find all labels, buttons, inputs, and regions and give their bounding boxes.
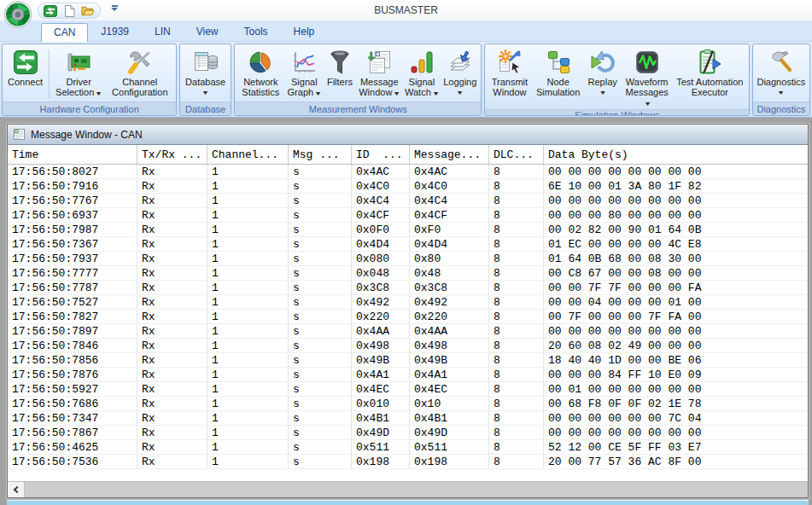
message-row[interactable]: 17:56:50:7527Rx1s0x4920x492800 00 04 00 … — [8, 295, 808, 310]
group-simulation-windows: Transmit Window Node Simulation — [484, 44, 749, 116]
open-file-icon — [81, 5, 95, 16]
message-cell: 8 — [489, 411, 544, 425]
tab-j1939[interactable]: J1939 — [88, 22, 142, 41]
logging-button[interactable]: Logging▼ — [441, 46, 479, 102]
replay-button[interactable]: Replay▼ — [584, 46, 622, 109]
message-row[interactable]: 17:56:50:7777Rx1s0x0480x48800 C8 67 00 0… — [8, 266, 808, 281]
scroll-left-button[interactable] — [8, 482, 25, 497]
message-row[interactable]: 17:56:50:7686Rx1s0x0100x10800 68 F8 0F 0… — [8, 397, 808, 411]
message-row[interactable]: 17:56:50:7536Rx1s0x1980x198820 00 77 57 … — [8, 455, 808, 469]
signal-watch-button[interactable]: Signal Watch▼ — [403, 46, 441, 102]
button-label: Database▼ — [185, 77, 225, 98]
column-header[interactable]: Data Byte(s) — [544, 145, 808, 164]
message-cell: 8 — [489, 295, 544, 309]
driver-selection-button[interactable]: Driver Selection▼ — [52, 46, 105, 102]
tab-can[interactable]: CAN — [41, 23, 88, 42]
quick-new-button[interactable] — [62, 5, 76, 17]
channel-configuration-button[interactable]: Channel Configuration — [105, 46, 174, 102]
message-row[interactable]: 17:56:50:6937Rx1s0x4CF0x4CF800 00 00 80 … — [8, 208, 808, 223]
message-cell: 0x220 — [352, 310, 410, 323]
ribbon: Connect Dr — [0, 42, 812, 118]
message-row[interactable]: 17:56:50:8027Rx1s0x4AC0x4AC800 00 00 00 … — [8, 165, 808, 179]
transmit-window-button[interactable]: Transmit Window — [487, 46, 532, 109]
message-row[interactable]: 17:56:50:7876Rx1s0x4A10x4A1800 00 00 84 … — [8, 368, 808, 382]
message-cell: s — [289, 223, 352, 236]
quick-open-button[interactable] — [81, 5, 95, 17]
column-header[interactable]: ID ... — [352, 145, 410, 164]
message-row[interactable]: 17:56:50:7916Rx1s0x4C00x4C086E 10 00 01 … — [8, 179, 808, 194]
message-row[interactable]: 17:56:50:7347Rx1s0x4B10x4B1800 00 00 00 … — [8, 411, 808, 426]
message-cell: 0x4C4 — [352, 194, 410, 207]
message-row[interactable]: 17:56:50:7856Rx1s0x49B0x49B818 40 40 1D … — [8, 353, 808, 368]
button-label: Message Window▼ — [358, 77, 401, 99]
message-cell: 1 — [207, 411, 289, 425]
dropdown-arrow-icon: ▼ — [583, 88, 622, 98]
horizontal-scrollbar[interactable] — [8, 481, 808, 497]
tab-lin[interactable]: LIN — [142, 22, 184, 41]
message-cell: 0x4CF — [410, 208, 489, 222]
message-cell: 01 64 0B 68 00 08 30 00 — [544, 252, 808, 265]
column-header[interactable]: Msg ... — [289, 145, 352, 164]
network-statistics-button[interactable]: Network Statistics — [237, 46, 285, 102]
tab-view[interactable]: View — [184, 22, 231, 41]
message-row[interactable]: 17:56:50:4625Rx1s0x5110x511852 12 00 CE … — [8, 440, 808, 455]
column-header[interactable]: Tx/Rx ... — [137, 145, 207, 164]
group-label: Database — [180, 102, 231, 115]
message-cell: 17:56:50:7867 — [8, 426, 137, 439]
column-header[interactable]: Time — [8, 145, 137, 164]
filters-button[interactable]: Filters — [324, 46, 356, 102]
message-cell: s — [289, 281, 352, 294]
node-simulation-button[interactable]: Node Simulation — [532, 46, 583, 109]
transmit-icon — [496, 48, 523, 77]
message-row[interactable]: 17:56:50:7867Rx1s0x49D0x49D800 00 00 00 … — [8, 426, 808, 440]
message-cell: 8 — [489, 252, 544, 265]
message-cell: 0x048 — [352, 266, 410, 280]
database-button[interactable]: Database▼ — [182, 46, 229, 102]
message-cell: 0x511 — [352, 440, 410, 454]
message-row[interactable]: 17:56:50:7367Rx1s0x4D40x4D4801 EC 00 00 … — [8, 237, 808, 252]
message-cell: 8 — [489, 179, 544, 193]
message-cell: 1 — [207, 382, 289, 396]
message-row[interactable]: 17:56:50:7897Rx1s0x4AA0x4AA800 00 00 00 … — [8, 324, 808, 339]
test-automation-executor-button[interactable]: Test Automation Executor — [673, 46, 747, 109]
message-cell: 00 C8 67 00 00 08 00 00 — [544, 266, 808, 280]
message-window-button[interactable]: Message Window▼ — [356, 46, 403, 102]
waveform-messages-button[interactable]: Waveform Messages▼ — [621, 46, 672, 109]
message-cell: s — [289, 324, 352, 338]
tab-tools[interactable]: Tools — [231, 22, 281, 41]
message-row[interactable]: 17:56:50:7827Rx1s0x2200x220800 7F 00 00 … — [8, 310, 808, 324]
message-row[interactable]: 17:56:50:7846Rx1s0x4980x498820 60 08 02 … — [8, 339, 808, 353]
quick-connect-button[interactable] — [44, 5, 57, 17]
message-cell: 17:56:50:6937 — [8, 208, 137, 222]
node-tree-icon — [545, 48, 572, 77]
application-menu-button[interactable] — [3, 1, 33, 30]
column-header[interactable]: Channel... — [207, 145, 289, 164]
button-label: Waveform Messages▼ — [622, 77, 670, 109]
connect-button[interactable]: Connect — [4, 46, 46, 102]
button-label: Test Automation Executor — [675, 77, 745, 97]
button-label: Replay▼ — [588, 77, 617, 98]
message-row[interactable]: 17:56:50:7787Rx1s0x3C80x3C8800 00 7F 7F … — [8, 281, 808, 295]
signal-graph-button[interactable]: Signal Graph▼ — [285, 46, 324, 102]
column-header[interactable]: DLC... — [489, 145, 544, 164]
message-cell: 8 — [489, 281, 544, 294]
message-row[interactable]: 17:56:50:5927Rx1s0x4EC0x4EC800 01 00 00 … — [8, 382, 808, 397]
message-window-title-bar[interactable]: Message Window - CAN — [8, 125, 808, 145]
column-header[interactable]: Message... — [410, 145, 489, 164]
message-cell: 0x4AC — [410, 165, 489, 178]
tab-help[interactable]: Help — [281, 22, 328, 41]
busmaster-window: BUSMASTER — [0, 0, 812, 505]
scrollbar-track[interactable] — [25, 482, 808, 497]
tools-icon — [126, 48, 154, 77]
connect-icon — [12, 48, 39, 77]
new-file-icon — [64, 5, 75, 17]
message-row[interactable]: 17:56:50:7767Rx1s0x4C40x4C4800 00 00 00 … — [8, 194, 808, 208]
customize-quick-access-button[interactable] — [109, 5, 120, 15]
message-row[interactable]: 17:56:50:7937Rx1s0x0800x80801 64 0B 68 0… — [8, 252, 808, 266]
dropdown-arrow-icon: ▼ — [314, 89, 322, 99]
message-row[interactable]: 17:56:50:7987Rx1s0x0F00xF0800 02 82 00 9… — [8, 223, 808, 237]
message-cell: s — [289, 208, 352, 222]
message-cell: Rx — [137, 397, 207, 410]
diagnostics-button[interactable]: Diagnostics▼ — [755, 46, 808, 102]
button-label: Transmit Window — [488, 77, 530, 97]
